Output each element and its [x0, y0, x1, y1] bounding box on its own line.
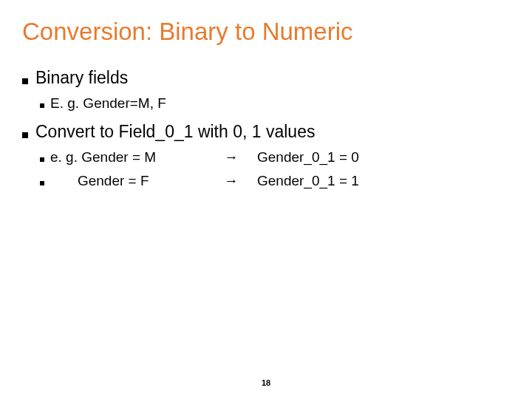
square-bullet-icon: [40, 157, 44, 162]
example-right: Gender_0_1 = 0: [257, 149, 359, 166]
bullet-binary-fields: Binary fields: [22, 68, 510, 88]
example-row-1: e. g. Gender = M → Gender_0_1 = 0: [40, 149, 510, 166]
arrow-icon: →: [205, 149, 257, 166]
bullet-text: Convert to Field_0_1 with 0, 1 values: [35, 122, 315, 142]
slide: Conversion: Binary to Numeric Binary fie…: [0, 0, 532, 399]
example-left: Gender = F: [50, 173, 205, 189]
page-number: 18: [262, 378, 270, 387]
sub-bullet-text: E. g. Gender=M, F: [50, 95, 166, 112]
sub-bullet-eg-gender: E. g. Gender=M, F: [40, 95, 510, 112]
arrow-icon: →: [205, 173, 257, 189]
example-left: e. g. Gender = M: [50, 149, 205, 166]
bullet-convert: Convert to Field_0_1 with 0, 1 values: [22, 122, 510, 142]
square-bullet-icon: [40, 181, 44, 185]
square-bullet-icon: [40, 103, 44, 108]
example-row-2: Gender = F → Gender_0_1 = 1: [40, 173, 510, 189]
slide-title: Conversion: Binary to Numeric: [22, 18, 510, 46]
square-bullet-icon: [22, 78, 28, 84]
example-right: Gender_0_1 = 1: [257, 173, 359, 189]
bullet-text: Binary fields: [35, 68, 128, 88]
square-bullet-icon: [22, 132, 28, 138]
